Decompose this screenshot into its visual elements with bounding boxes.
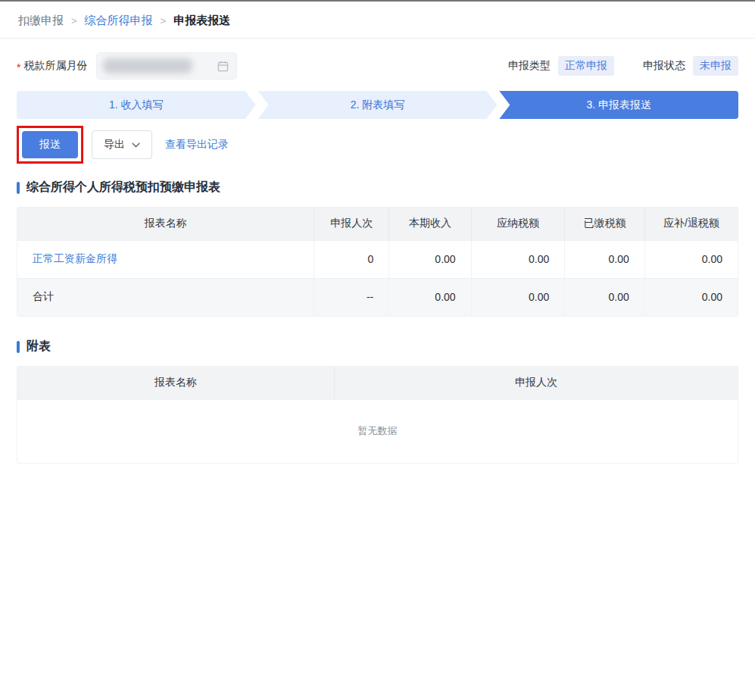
breadcrumb: 扣缴申报 > 综合所得申报 > 申报表报送 [0,2,755,39]
step-3-submit-return[interactable]: 3. 申报表报送 [499,91,738,119]
tax-month-input[interactable] [96,52,237,80]
cell-declared-persons: -- [314,278,389,316]
col-header-declared-persons: 申报人次 [314,208,389,240]
export-dropdown-button[interactable]: 导出 [92,130,152,159]
cell-declared-persons: 0 [314,240,389,278]
submit-button[interactable]: 报送 [22,131,78,158]
empty-state-row: 暂无数据 [17,399,738,463]
cell-tax-payable: 0.00 [471,240,565,278]
chevron-right-icon: > [71,15,77,27]
cell-current-income: 0.00 [389,278,471,316]
breadcrumb-item-comprehensive-income[interactable]: 综合所得申报 [85,14,153,28]
section-accent-bar [17,182,20,194]
sub-section-header: 附表 [17,339,738,355]
declaration-type-badge: 正常申报 [558,56,614,76]
filter-row: * 税款所属月份 申报类型 正常申报 申报状态 未申报 [17,52,738,80]
chevron-down-icon [132,142,140,148]
col-header-report-name: 报表名称 [17,367,334,399]
cell-tax-payable: 0.00 [471,278,565,316]
breadcrumb-item-withholding[interactable]: 扣缴申报 [18,14,64,28]
toolbar: 报送 导出 查看导出记录 [17,126,738,164]
breadcrumb-item-current-page: 申报表报送 [173,14,230,28]
cell-tax-refund: 0.00 [644,278,738,316]
view-export-records-link[interactable]: 查看导出记录 [165,138,229,152]
col-header-report-name: 报表名称 [17,208,314,240]
redacted-date-value [103,58,192,73]
sub-table-header-row: 报表名称 申报人次 [17,367,738,399]
main-declaration-table: 报表名称 申报人次 本期收入 应纳税额 已缴税额 应补/退税额 正常工资薪金所得… [17,208,738,316]
cell-tax-refund: 0.00 [644,240,738,278]
declaration-type-label: 申报类型 [508,59,551,73]
table-row: 正常工资薪金所得 0 0.00 0.00 0.00 0.00 [17,240,738,278]
col-header-tax-payable: 应纳税额 [471,208,565,240]
declaration-status-badge: 未申报 [693,56,738,76]
main-section-header: 综合所得个人所得税预扣预缴申报表 [17,180,738,195]
calendar-icon [217,61,229,72]
col-header-tax-refund: 应补/退税额 [644,208,738,240]
cell-tax-paid: 0.00 [565,278,645,316]
required-asterisk: * [17,61,20,73]
col-header-current-income: 本期收入 [389,208,471,240]
declaration-meta: 申报类型 正常申报 申报状态 未申报 [508,56,738,76]
total-label: 合计 [17,278,314,316]
red-highlight-annotation: 报送 [17,126,83,164]
main-section-title: 综合所得个人所得税预扣预缴申报表 [27,180,220,195]
step-wizard: 1. 收入填写 2. 附表填写 3. 申报表报送 [17,91,738,119]
cell-current-income: 0.00 [389,240,471,278]
section-accent-bar [17,341,20,353]
step-2-attached-forms[interactable]: 2. 附表填写 [258,91,498,119]
main-table-container: 报表名称 申报人次 本期收入 应纳税额 已缴税额 应补/退税额 正常工资薪金所得… [17,207,738,317]
sub-section-title: 附表 [27,339,51,355]
sub-table-container: 报表名称 申报人次 暂无数据 [17,366,738,464]
table-total-row: 合计 -- 0.00 0.00 0.00 0.00 [17,278,738,316]
declaration-status-label: 申报状态 [643,59,685,73]
step-1-income-entry[interactable]: 1. 收入填写 [17,91,256,119]
tax-month-label: 税款所属月份 [23,59,87,73]
chevron-right-icon: > [161,15,167,27]
col-header-tax-paid: 已缴税额 [565,208,645,240]
attached-forms-table: 报表名称 申报人次 暂无数据 [17,367,738,463]
export-button-label: 导出 [104,138,125,152]
cell-tax-paid: 0.00 [565,240,645,278]
main-table-header-row: 报表名称 申报人次 本期收入 应纳税额 已缴税额 应补/退税额 [17,208,738,240]
normal-salary-income-link[interactable]: 正常工资薪金所得 [33,252,117,264]
window-top-edge [0,0,755,2]
empty-state-text: 暂无数据 [17,399,738,463]
col-header-declared-persons: 申报人次 [334,367,738,399]
